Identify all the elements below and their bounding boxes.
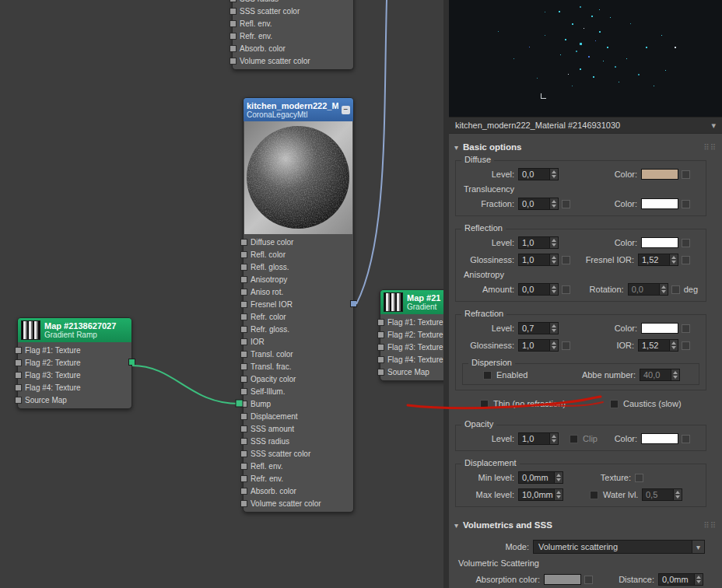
absorption-color-swatch[interactable] — [544, 574, 581, 585]
refraction-color-swatch[interactable] — [641, 323, 678, 334]
node-input-slot[interactable]: Flag #2: Texture — [18, 356, 131, 369]
spinner-arrows[interactable] — [549, 340, 558, 351]
node-input-slot[interactable]: Refl. gloss. — [244, 261, 353, 273]
chevron-down-icon[interactable]: ▾ — [692, 541, 704, 553]
node-input-slot[interactable]: Refr. gloss. — [244, 323, 353, 335]
fraction-map-slot[interactable] — [562, 200, 570, 208]
node-input-slot[interactable]: IOR — [244, 335, 353, 348]
material-node-header[interactable]: kitchen_modern222_M... CoronaLegacyMtl − — [244, 98, 353, 121]
node-partial-material[interactable]: SSS radius SSS scatter color Refl. env. … — [232, 0, 354, 70]
reflection-level-spinner[interactable]: 1,0 — [518, 236, 559, 249]
diffuse-color-map-slot[interactable] — [682, 170, 690, 179]
spinner-arrows[interactable] — [554, 472, 563, 483]
node-input-slot[interactable]: Flag #4: Texture — [18, 381, 131, 394]
rotation-spinner[interactable]: 0,0 — [628, 283, 668, 296]
node-graph-view[interactable]: SSS radius SSS scatter color Refl. env. … — [0, 0, 443, 588]
spinner-arrows[interactable] — [549, 237, 558, 248]
distance-spinner[interactable]: 0,0mm — [658, 573, 703, 586]
spinner-arrows[interactable] — [549, 284, 558, 295]
node-input-slot[interactable]: Refr. env. — [233, 30, 353, 42]
spinner-arrows[interactable] — [694, 574, 703, 585]
ior-map-slot[interactable] — [682, 341, 690, 350]
thin-no-refraction-checkbox[interactable] — [480, 400, 489, 408]
spinner-arrows[interactable] — [671, 369, 679, 380]
reflection-color-map-slot[interactable] — [682, 239, 690, 247]
node-input-slot[interactable]: Source Map — [18, 394, 131, 406]
reflection-glossiness-spinner[interactable]: 1,0 — [518, 254, 559, 266]
node-corona-material[interactable]: kitchen_modern222_M... CoronaLegacyMtl − — [243, 97, 354, 513]
absorption-color-map-slot[interactable] — [584, 576, 593, 584]
spinner-arrows[interactable] — [673, 489, 682, 500]
node-input-slot[interactable]: Flag #3: Texture — [18, 369, 131, 381]
rotation-map-slot[interactable] — [671, 285, 680, 294]
node-input-slot[interactable]: Flag #1: Texture — [18, 344, 131, 356]
node-input-slot[interactable]: Refl. env. — [244, 460, 353, 472]
diffuse-color-swatch[interactable] — [641, 169, 678, 180]
spinner-arrows[interactable] — [659, 284, 668, 295]
node-input-slot[interactable]: Refr. color — [244, 310, 353, 323]
node-input-slot[interactable]: Bump — [244, 397, 353, 410]
spinner-arrows[interactable] — [549, 169, 558, 180]
refraction-color-map-slot[interactable] — [682, 324, 690, 333]
spinner-arrows[interactable] — [669, 254, 678, 265]
abbe-number-spinner[interactable]: 40,0 — [640, 369, 680, 381]
node-input-slot[interactable]: SSS amount — [244, 422, 353, 435]
node-input-slot[interactable]: Volume scatter color — [244, 497, 353, 509]
anisotropy-amount-map-slot[interactable] — [562, 285, 570, 294]
spinner-arrows[interactable] — [554, 489, 563, 500]
node-input-slot[interactable]: Absorb. color — [244, 485, 353, 497]
opacity-level-spinner[interactable]: 1,0 — [518, 432, 559, 445]
glossiness-map-slot[interactable] — [562, 256, 570, 264]
diffuse-level-spinner[interactable]: 0,0 — [518, 168, 559, 180]
node-input-slot[interactable]: Diffuse color — [244, 236, 353, 248]
caustics-checkbox[interactable] — [610, 400, 619, 408]
opacity-color-map-slot[interactable] — [682, 435, 690, 443]
material-preview-sphere[interactable] — [244, 121, 352, 234]
node-input-slot[interactable]: Transl. color — [244, 348, 353, 360]
reflection-color-swatch[interactable] — [641, 237, 678, 248]
translucency-color-swatch[interactable] — [641, 198, 678, 209]
gradient-node-header[interactable]: Map #2138627027 Gradient Ramp — [18, 318, 131, 342]
node-input-slot[interactable]: Absorb. color — [233, 42, 353, 54]
node-input-slot[interactable]: Self-Illum. — [244, 385, 353, 397]
translucency-color-map-slot[interactable] — [682, 200, 690, 208]
material-output-socket[interactable] — [350, 300, 357, 307]
material-title-bar[interactable]: kitchen_modern222_Material #2146931030 ▾ — [449, 117, 722, 134]
fresnel-ior-map-slot[interactable] — [682, 256, 690, 264]
refraction-glossiness-spinner[interactable]: 1,0 — [518, 339, 559, 352]
refraction-glossiness-map-slot[interactable] — [562, 341, 570, 350]
node-input-slot[interactable]: Displacement — [244, 410, 353, 422]
fresnel-ior-spinner[interactable]: 1,52 — [638, 254, 678, 266]
ior-spinner[interactable]: 1,52 — [638, 339, 678, 352]
displacement-texture-map-slot[interactable] — [635, 474, 643, 482]
node-input-slot[interactable]: Volume scatter color — [233, 54, 353, 67]
gradient-output-socket[interactable] — [128, 359, 135, 366]
mode-dropdown[interactable]: Volumetric scattering ▾ — [533, 540, 705, 554]
spinner-arrows[interactable] — [669, 340, 678, 351]
render-viewport[interactable] — [449, 0, 722, 117]
spinner-arrows[interactable] — [549, 323, 558, 334]
node-gradient-ramp[interactable]: Map #2138627027 Gradient Ramp Flag #1: T… — [17, 317, 132, 409]
spinner-arrows[interactable] — [549, 198, 558, 209]
spinner-arrows[interactable] — [549, 254, 558, 265]
node-input-slot[interactable]: Anisotropy — [244, 273, 353, 285]
clip-checkbox[interactable] — [570, 435, 578, 443]
refraction-level-spinner[interactable]: 0,7 — [518, 322, 559, 334]
rollout-volumetrics-sss[interactable]: ▾ Volumetrics and SSS ⠿⠿ — [449, 518, 722, 532]
node-input-slot[interactable]: SSS scatter color — [244, 447, 353, 460]
node-input-slot[interactable]: Opacity color — [244, 373, 353, 385]
dispersion-enabled-checkbox[interactable] — [483, 371, 492, 380]
node-input-slot[interactable]: Fresnel IOR — [244, 298, 353, 310]
node-minimize-button[interactable]: − — [342, 106, 350, 114]
water-level-checkbox[interactable] — [590, 491, 598, 499]
node-input-slot[interactable]: Refl. color — [244, 248, 353, 261]
chevron-down-icon[interactable]: ▾ — [711, 121, 716, 131]
rollout-basic-options[interactable]: ▾ Basic options ⠿⠿ — [449, 140, 722, 154]
spinner-arrows[interactable] — [549, 433, 558, 444]
node-input-slot[interactable]: SSS radius — [244, 435, 353, 447]
fraction-spinner[interactable]: 0,0 — [518, 198, 559, 210]
node-input-slot[interactable]: SSS scatter color — [233, 5, 353, 17]
max-level-spinner[interactable]: 10,0mm — [518, 488, 563, 501]
anisotropy-amount-spinner[interactable]: 0,0 — [518, 283, 559, 296]
node-input-slot[interactable]: Aniso rot. — [244, 285, 353, 298]
